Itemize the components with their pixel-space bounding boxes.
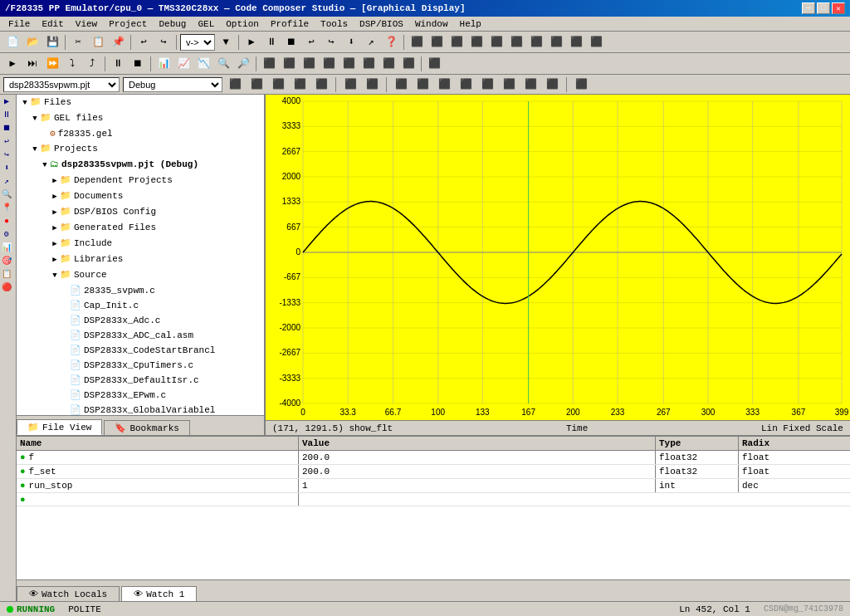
file-toolbar-btn-8[interactable]: ⬛ <box>392 76 410 93</box>
menu-item-dsp/bios[interactable]: DSP/BIOS <box>354 18 408 30</box>
new-row-name[interactable]: ● <box>17 493 299 506</box>
step-out-btn[interactable]: ⤴ <box>83 56 101 72</box>
tool-btn-10[interactable]: ⬛ <box>587 34 605 51</box>
sidebar-icon-10[interactable]: ● <box>0 214 13 227</box>
view-btn-6[interactable]: ⬛ <box>359 56 378 72</box>
tree-item[interactable]: 📄DSP2833x_EPwm.c <box>17 388 264 403</box>
command-combo[interactable]: v-> <box>180 34 215 51</box>
debug-btn-2[interactable]: ⏸ <box>262 34 281 51</box>
tree-expand-icon[interactable]: ▶ <box>50 190 60 203</box>
graph-btn-4[interactable]: 🔍 <box>214 56 232 72</box>
sidebar-icon-6[interactable]: ⬇ <box>0 161 13 174</box>
tree-expand-icon[interactable]: ▶ <box>50 222 60 235</box>
menu-item-tools[interactable]: Tools <box>315 18 353 30</box>
graph-btn-5[interactable]: 🔎 <box>234 56 252 72</box>
view-btn-4[interactable]: ⬛ <box>320 56 338 72</box>
redo-button[interactable]: ↪ <box>154 34 173 51</box>
stop-btn[interactable]: ⏹ <box>129 56 147 72</box>
tree-item[interactable]: ▼🗂dsp28335svpwm.pjt (Debug) <box>17 157 264 173</box>
file-toolbar-btn-6[interactable]: ⬛ <box>341 76 359 93</box>
watch-row[interactable]: ● run_stop 1 int dec <box>17 479 850 493</box>
graph-btn-1[interactable]: 📊 <box>154 56 173 72</box>
file-toolbar-btn-11[interactable]: ⬛ <box>457 76 475 93</box>
view-btn-8[interactable]: ⬛ <box>399 56 418 72</box>
sidebar-icon-11[interactable]: ⚙ <box>0 227 13 241</box>
sidebar-icon-14[interactable]: 📋 <box>0 267 13 281</box>
run-btn[interactable]: ▶ <box>3 56 22 72</box>
tree-item[interactable]: ▶📁Documents <box>17 188 264 204</box>
sidebar-icon-1[interactable]: ▶ <box>0 95 13 108</box>
minimize-button[interactable]: ─ <box>802 2 815 14</box>
debug-btn-7[interactable]: ↗ <box>362 34 380 51</box>
menu-item-file[interactable]: File <box>3 18 35 30</box>
menu-item-option[interactable]: Option <box>221 18 264 30</box>
sidebar-icon-2[interactable]: ⏸ <box>0 108 13 121</box>
tree-item[interactable]: ▼📁Files <box>17 95 264 110</box>
cut-button[interactable]: ✂ <box>69 34 87 51</box>
tree-item[interactable]: ▼📁GEL files <box>17 110 264 126</box>
help-btn[interactable]: ❓ <box>382 34 400 51</box>
view-btn-1[interactable]: ⬛ <box>260 56 278 72</box>
file-toolbar-btn-10[interactable]: ⬛ <box>435 76 453 93</box>
tree-expand-icon[interactable]: ▶ <box>50 253 60 266</box>
tool-btn-5[interactable]: ⬛ <box>487 34 506 51</box>
tree-item[interactable]: 📄DSP2833x_GlobalVariablel <box>17 403 264 415</box>
sidebar-icon-4[interactable]: ↩ <box>0 134 13 148</box>
file-toolbar-btn-2[interactable]: ⬛ <box>247 76 266 93</box>
tab-watch-locals[interactable]: 👁 Watch Locals <box>17 586 120 601</box>
menu-item-view[interactable]: View <box>71 18 102 30</box>
step-over-btn[interactable]: ⏩ <box>43 56 61 72</box>
tool-btn-3[interactable]: ⬛ <box>447 34 466 51</box>
sidebar-icon-5[interactable]: ↪ <box>0 148 13 161</box>
tree-item[interactable]: ▼📁Projects <box>17 141 264 157</box>
tree-expand-icon[interactable]: ▼ <box>50 269 60 282</box>
graph-btn-2[interactable]: 📈 <box>174 56 193 72</box>
tree-expand-icon[interactable]: ▼ <box>30 143 40 156</box>
sidebar-icon-7[interactable]: ↗ <box>0 174 13 188</box>
watch-new-row[interactable]: ● <box>17 493 850 506</box>
tree-item[interactable]: ▶📁Include <box>17 236 264 252</box>
tree-expand-icon[interactable]: ▶ <box>50 237 60 251</box>
view-btn-2[interactable]: ⬛ <box>280 56 298 72</box>
tree-scroll-area[interactable]: ▼📁Files▼📁GEL files ⚙f28335.gel▼📁Projects… <box>17 95 264 415</box>
file-toolbar-btn-13[interactable]: ⬛ <box>500 76 518 93</box>
tool-btn-4[interactable]: ⬛ <box>467 34 486 51</box>
file-toolbar-btn-1[interactable]: ⬛ <box>226 76 244 93</box>
tree-item[interactable]: 📄DSP2833x_ADC_cal.asm <box>17 328 264 343</box>
debug-btn-3[interactable]: ⏹ <box>282 34 300 51</box>
menu-item-edit[interactable]: Edit <box>37 18 68 30</box>
tree-item[interactable]: 📄DSP2833x_Adc.c <box>17 313 264 328</box>
debug-selector[interactable]: Debug <box>123 77 222 92</box>
step-into-btn[interactable]: ⤵ <box>63 56 81 72</box>
menu-item-help[interactable]: Help <box>455 18 486 30</box>
step-btn[interactable]: ⏭ <box>23 56 42 72</box>
file-selector[interactable]: dsp28335svpwm.pjt <box>3 77 120 92</box>
sidebar-icon-3[interactable]: ⏹ <box>0 121 13 134</box>
tool-btn-7[interactable]: ⬛ <box>527 34 545 51</box>
paste-button[interactable]: 📌 <box>109 34 127 51</box>
tree-item[interactable]: ▶📁Dependent Projects <box>17 173 264 188</box>
tree-item[interactable]: 📄Cap_Init.c <box>17 298 264 313</box>
new-button[interactable]: 📄 <box>3 34 22 51</box>
debug-btn-1[interactable]: ▶ <box>242 34 261 51</box>
tree-expand-icon[interactable]: ▼ <box>40 159 50 172</box>
tree-expand-icon[interactable]: ▶ <box>50 206 60 219</box>
tab-watch-1[interactable]: 👁 Watch 1 <box>121 586 197 601</box>
sidebar-icon-15[interactable]: 🔴 <box>0 281 13 294</box>
file-toolbar-btn-5[interactable]: ⬛ <box>312 76 330 93</box>
tab-file-view[interactable]: 📁 File View <box>17 419 102 435</box>
sidebar-icon-8[interactable]: 🔍 <box>0 188 13 201</box>
undo-button[interactable]: ↩ <box>134 34 153 51</box>
menu-item-window[interactable]: Window <box>410 18 453 30</box>
restore-button[interactable]: □ <box>817 2 830 14</box>
menu-item-profile[interactable]: Profile <box>266 18 314 30</box>
tree-item[interactable]: 📄DSP2833x_DefaultIsr.c <box>17 373 264 388</box>
graph-btn-3[interactable]: 📉 <box>194 56 212 72</box>
tree-item[interactable]: 📄DSP2833x_CodeStartBrancl <box>17 343 264 358</box>
save-button[interactable]: 💾 <box>43 34 61 51</box>
debug-btn-6[interactable]: ⬇ <box>342 34 360 51</box>
tool-btn-2[interactable]: ⬛ <box>427 34 446 51</box>
tree-expand-icon[interactable]: ▼ <box>20 96 30 110</box>
combo-arrow-button[interactable]: ▼ <box>217 34 235 51</box>
menu-item-project[interactable]: Project <box>104 18 152 30</box>
